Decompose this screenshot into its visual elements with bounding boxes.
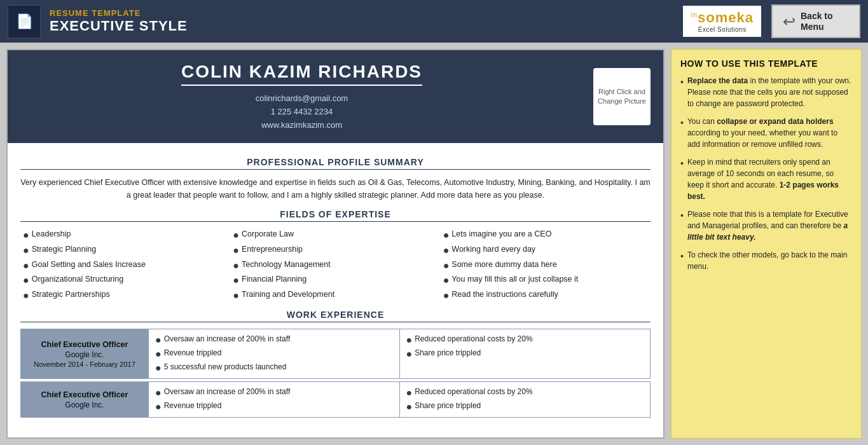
- expertise-label: Strategic Partnerships: [32, 290, 110, 299]
- bullet-icon: ●: [155, 348, 162, 360]
- someka-logo: insomeka Excel Solutions: [683, 6, 761, 37]
- photo-placeholder[interactable]: Right Click andChange Picture: [593, 68, 651, 125]
- work-details-right: ●Reduced operational costs by 20% ●Share…: [399, 382, 651, 417]
- bullet-icon: ●: [443, 290, 450, 301]
- bullet-icon: ●: [155, 401, 162, 413]
- bullet-icon: •: [680, 209, 684, 222]
- candidate-phone: 1 225 4432 2234: [20, 106, 583, 119]
- profile-summary-text: Very experienced Chief Executive Officer…: [20, 176, 651, 202]
- candidate-name: COLIN KAZIM RICHARDS: [181, 62, 422, 86]
- bullet-icon: •: [680, 76, 684, 89]
- expertise-label: Read the instructions carefully: [451, 290, 558, 299]
- list-item: ●Read the instructions carefully: [441, 289, 651, 303]
- bullet-icon: ●: [233, 290, 239, 301]
- back-button[interactable]: ↩ Back toMenu: [771, 4, 860, 39]
- bullet-icon: •: [680, 250, 684, 263]
- bullet-icon: ●: [23, 260, 29, 271]
- bullet-icon: ●: [155, 362, 162, 374]
- how-to-item: • Keep in mind that recruiters only spen…: [680, 156, 852, 202]
- how-to-item: • You can collapse or expand data holder…: [680, 116, 852, 150]
- list-item: ●Reduced operational costs by 20%: [406, 386, 644, 400]
- bullet-icon: ●: [406, 334, 413, 346]
- list-item: ●Financial Planning: [230, 273, 440, 287]
- work-experience-title: WORK EXPERIENCE: [20, 310, 651, 322]
- bullet-icon: ●: [406, 348, 413, 360]
- resume-header-content: COLIN KAZIM RICHARDS colinrichards@gmail…: [20, 62, 583, 132]
- bullet-icon: ●: [23, 245, 29, 256]
- bullet-icon: ●: [23, 229, 29, 241]
- how-to-text: To check the other models, go back to th…: [687, 249, 852, 272]
- bullet-icon: ●: [406, 401, 413, 413]
- list-item: ●Share price trippled: [406, 400, 644, 414]
- resume-header: COLIN KAZIM RICHARDS colinrichards@gmail…: [8, 50, 663, 143]
- expertise-label: Corporate Law: [242, 229, 294, 238]
- work-job-cell: Chief Executive Officer Google Inc.: [21, 382, 148, 417]
- expertise-label: Training and Development: [242, 290, 334, 299]
- how-to-text: Replace the data in the template with yo…: [687, 75, 852, 109]
- work-details-left: ●Oversaw an increase of 200% in staff ●R…: [148, 329, 399, 378]
- bullet-icon: ●: [233, 260, 239, 271]
- how-to-text: Please note that this is a template for …: [687, 209, 852, 243]
- executive-style-label: EXECUTIVE STYLE: [50, 18, 188, 34]
- logo-icon: 📄: [8, 5, 41, 38]
- how-to-item: • To check the other models, go back to …: [680, 249, 852, 272]
- job-title: Chief Executive Officer: [41, 390, 128, 399]
- title-block: RESUME TEMPLATE EXECUTIVE STYLE: [50, 8, 188, 34]
- list-item: ●Some more dummy data here: [441, 259, 651, 273]
- bullet-icon: ●: [443, 229, 450, 241]
- someka-tagline: Excel Solutions: [698, 26, 747, 33]
- table-row: Chief Executive Officer Google Inc. ●Ove…: [20, 381, 651, 418]
- bullet-icon: ●: [233, 229, 239, 241]
- expertise-label: Organizational Structuring: [32, 275, 124, 284]
- bullet-icon: ●: [155, 334, 162, 346]
- list-item: ●Reduced operational costs by 20%: [406, 333, 644, 347]
- list-item: ●5 successful new products launched: [155, 361, 393, 375]
- expertise-label: Strategic Planning: [32, 245, 96, 254]
- list-item: ●You may fill this all or just collapse …: [441, 273, 651, 287]
- expertise-label: Financial Planning: [242, 275, 307, 284]
- list-item: ●Strategic Planning: [20, 243, 230, 257]
- list-item: ●Entrepreneurship: [230, 243, 440, 257]
- list-item: ●Revenue trippled: [155, 347, 393, 361]
- list-item: ●Goal Setting and Sales Increase: [20, 259, 230, 273]
- profile-summary-title: PROFESSIONAL PROFILE SUMMARY: [20, 157, 651, 170]
- how-to-text: You can collapse or expand data holders …: [687, 116, 852, 150]
- candidate-website: www.kazimkazim.com: [20, 119, 583, 132]
- bullet-icon: ●: [443, 260, 450, 271]
- top-bar: 📄 RESUME TEMPLATE EXECUTIVE STYLE insome…: [0, 0, 868, 43]
- resume-body: PROFESSIONAL PROFILE SUMMARY Very experi…: [8, 143, 663, 429]
- resume-template-label: RESUME TEMPLATE: [50, 8, 188, 18]
- list-item: ●Lets imagine you are a CEO: [441, 228, 651, 242]
- bullet-icon: •: [680, 116, 684, 130]
- bullet-icon: ●: [406, 387, 413, 399]
- back-button-text: Back toMenu: [801, 11, 833, 32]
- expertise-label: Leadership: [32, 229, 71, 238]
- candidate-email: colinrichards@gmail.com: [20, 92, 583, 106]
- how-to-item: • Please note that this is a template fo…: [680, 209, 852, 243]
- expertise-label: Lets imagine you are a CEO: [451, 229, 551, 238]
- expertise-label: Entrepreneurship: [242, 245, 303, 254]
- list-item: ●Strategic Partnerships: [20, 289, 230, 303]
- job-title: Chief Executive Officer: [41, 340, 128, 349]
- main-area: COLIN KAZIM RICHARDS colinrichards@gmail…: [0, 43, 868, 445]
- bullet-icon: •: [680, 157, 684, 170]
- list-item: ●Technology Management: [230, 259, 440, 273]
- list-item: ●Training and Development: [230, 289, 440, 303]
- company-name: Google Inc.: [65, 400, 104, 409]
- work-job-cell: Chief Executive Officer Google Inc. Nove…: [21, 329, 148, 378]
- job-dates: November 2014 - February 2017: [34, 360, 135, 368]
- expertise-label: You may fill this all or just collapse i…: [451, 275, 578, 284]
- expertise-grid: ●Leadership●Corporate Law●Lets imagine y…: [20, 228, 651, 302]
- bullet-icon: ●: [443, 245, 450, 256]
- list-item: ●Oversaw an increase of 200% in staff: [155, 386, 393, 400]
- list-item: ●Revenue trippled: [155, 400, 393, 414]
- sidebar-panel: HOW TO USE THIS TEMPLATE • Replace the d…: [671, 49, 862, 439]
- expertise-label: Some more dummy data here: [451, 260, 556, 269]
- resume-panel: COLIN KAZIM RICHARDS colinrichards@gmail…: [6, 49, 665, 439]
- list-item: ●Leadership: [20, 228, 230, 242]
- work-details-left: ●Oversaw an increase of 200% in staff ●R…: [148, 382, 399, 417]
- back-arrow-icon: ↩: [783, 14, 796, 29]
- expertise-label: Goal Setting and Sales Increase: [32, 260, 146, 269]
- list-item: ●Oversaw an increase of 200% in staff: [155, 333, 393, 347]
- bullet-icon: ●: [443, 275, 450, 286]
